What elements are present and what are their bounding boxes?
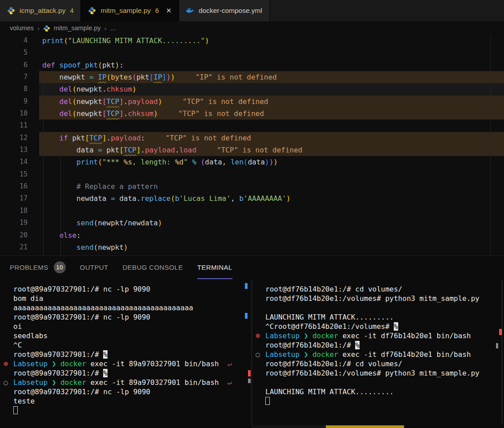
code-text: data = pkt[TCP].payload.load"TCP" is not… <box>39 144 504 156</box>
terminal-line: root@df76b14b20e1:/# cd volumes/ <box>256 284 501 294</box>
terminal-line: LAUNCHING MITM ATTACK......... <box>256 387 501 396</box>
code-text: def spoof_pkt(pkt): <box>39 59 504 71</box>
tab-bar: icmp_attack.py4mitm_sample.py6✕docker-co… <box>0 0 504 21</box>
terminal-split-divider[interactable] <box>252 280 252 425</box>
panel-tab-problems[interactable]: PROBLEMS10 <box>10 256 66 279</box>
breadcrumb-item[interactable]: volumes <box>10 24 34 32</box>
breadcrumb[interactable]: volumes›mitm_sample.py›… <box>0 21 504 35</box>
line-number: 13 <box>0 144 39 156</box>
indent-guide <box>43 71 44 256</box>
editor-line-15[interactable]: 15 <box>0 168 504 180</box>
editor-line-6[interactable]: 6def spoof_pkt(pkt): <box>0 59 504 71</box>
tab-label: mitm_sample.py <box>100 7 151 15</box>
python-file-icon <box>7 7 15 15</box>
line-number: 10 <box>0 108 39 120</box>
panel-tab-debug-console[interactable]: DEBUG CONSOLE <box>123 256 183 279</box>
vscode-window: icmp_attack.py4mitm_sample.py6✕docker-co… <box>0 0 504 428</box>
editor-line-7[interactable]: 7 newpkt = IP(bytes(pkt[IP]))"IP" is not… <box>0 71 504 83</box>
tab-docker-compose.yml[interactable]: docker-compose.yml <box>179 0 270 21</box>
code-text <box>39 168 504 180</box>
line-number: 11 <box>0 120 39 132</box>
editor-line-10[interactable]: 10 del(newpkt[TCP].chksum)"TCP" is not d… <box>0 108 504 120</box>
terminal-line: ^Croot@df76b14b20e1:/volumes# % <box>256 322 501 331</box>
line-number: 4 <box>0 35 39 47</box>
tab-close-icon[interactable]: ✕ <box>166 7 172 15</box>
terminal-line: ^C <box>4 340 249 350</box>
editor-line-9[interactable]: 9 del(newpkt[TCP].payload)"TCP" is not d… <box>0 96 504 108</box>
errorlens-message: "IP" is not defined <box>196 73 277 81</box>
code-text: del(newpkt[TCP].payload)"TCP" is not def… <box>39 96 504 108</box>
editor-line-20[interactable]: 20 else: <box>0 229 504 241</box>
editor-line-17[interactable]: 17 newdata = data.replace(b'Lucas Lima',… <box>0 192 504 204</box>
terminal-pane-right[interactable]: root@df76b14b20e1:/# cd volumes/root@df7… <box>256 284 501 406</box>
terminal-line: root@df76b14b20e1:/volumes# python3 mitm… <box>256 294 501 303</box>
editor-line-8[interactable]: 8 del(newpkt.chksum) <box>0 83 504 95</box>
breadcrumb-separator: › <box>37 24 40 32</box>
code-text: newpkt = IP(bytes(pkt[IP]))"IP" is not d… <box>39 71 504 83</box>
errorlens-message: "TCP" is not defined <box>217 146 303 154</box>
line-number: 21 <box>0 241 39 253</box>
line-number: 8 <box>0 83 39 95</box>
code-text: newdata = data.replace(b'Lucas Lima', b'… <box>39 192 504 204</box>
editor-line-16[interactable]: 16 # Replace a pattern <box>0 180 504 192</box>
terminal-line: root@89a970327901:/# nc -lp 9090 <box>4 387 249 396</box>
terminal-line: LAUNCHING MITM ATTACK......... <box>256 312 501 322</box>
editor-line-4[interactable]: 4print("LAUNCHING MITM ATTACK.........") <box>0 35 504 47</box>
line-number: 5 <box>0 47 39 59</box>
python-file-icon <box>88 7 96 15</box>
line-number: 16 <box>0 180 39 192</box>
breadcrumb-item[interactable]: … <box>110 24 117 32</box>
line-number: 14 <box>0 156 39 168</box>
ruler-mark-blue <box>245 313 248 319</box>
terminal-cursor <box>265 397 270 405</box>
editor-line-13[interactable]: 13 data = pkt[TCP].payload.load"TCP" is … <box>0 144 504 156</box>
editor-line-14[interactable]: 14 print("*** %s, length: %d" % (data, l… <box>0 156 504 168</box>
terminal-line: bom dia <box>4 294 249 303</box>
indent-guide <box>60 144 61 256</box>
editor-line-5[interactable]: 5 <box>0 47 504 59</box>
line-number: 17 <box>0 192 39 204</box>
terminal-line: ○Labsetup ❯ docker exec -it 89a970327901… <box>4 378 249 387</box>
terminal-line: root@df76b14b20e1:/volumes# python3 mitm… <box>256 368 501 378</box>
code-text: else: <box>39 229 504 241</box>
line-number: 7 <box>0 71 39 83</box>
editor-line-12[interactable]: 12 if pkt[TCP].payload:"TCP" is not defi… <box>0 132 504 144</box>
ruler-mark-red <box>248 370 251 376</box>
breadcrumb-item[interactable]: mitm_sample.py <box>54 24 101 32</box>
code-text: if pkt[TCP].payload:"TCP" is not defined <box>39 132 504 144</box>
bottom-gold-bar <box>326 425 404 428</box>
terminal-line: ⊗Labsetup ❯ docker exec -it df76b14b20e1… <box>256 331 501 340</box>
ruler-mark-red <box>499 329 502 335</box>
ruler-mark-blue <box>245 283 248 289</box>
tab-label: docker-compose.yml <box>199 7 262 15</box>
code-text: print("*** %s, length: %d" % (data, len(… <box>39 156 504 168</box>
command-running-icon: ○ <box>256 350 265 359</box>
code-text: # Replace a pattern <box>39 180 504 192</box>
panel-tab-output[interactable]: OUTPUT <box>80 256 108 279</box>
problems-count-badge: 10 <box>54 261 66 273</box>
terminal-line <box>4 406 249 415</box>
errorlens-message: "TCP" is not defined <box>178 109 264 118</box>
terminal-pane-left[interactable]: root@89a970327901:/# nc -lp 9090bom diaa… <box>4 284 249 415</box>
tab-mitm_sample.py[interactable]: mitm_sample.py6✕ <box>81 0 179 21</box>
terminal-line <box>256 378 501 387</box>
line-number: 18 <box>0 205 39 217</box>
line-number: 19 <box>0 217 39 229</box>
terminal-line: root@89a970327901:/# nc -lp 9090 <box>4 312 249 322</box>
editor-line-18[interactable]: 18 <box>0 205 504 217</box>
editor-line-19[interactable]: 19 send(newpkt/newdata) <box>0 217 504 229</box>
panel-tab-label: TERMINAL <box>197 264 232 271</box>
terminal-line: aaaaaaaaaaaaaaaaaaaaaaaaaaaaaaaaaaaaaaaa… <box>4 303 249 312</box>
editor-line-11[interactable]: 11 <box>0 120 504 132</box>
code-editor[interactable]: 4print("LAUNCHING MITM ATTACK.........")… <box>0 35 504 256</box>
panel-tab-terminal[interactable]: TERMINAL <box>197 256 232 279</box>
command-failed-icon: ⊗ <box>4 359 13 368</box>
ruler-mark-gray <box>248 379 251 383</box>
terminal-line: teste <box>4 396 249 406</box>
command-failed-icon: ⊗ <box>256 331 265 340</box>
tab-icmp_attack.py[interactable]: icmp_attack.py4 <box>0 0 81 21</box>
panel-tab-label: PROBLEMS <box>10 264 48 271</box>
editor-line-21[interactable]: 21 send(newpkt) <box>0 241 504 253</box>
terminal-line: root@89a970327901:/# nc -lp 9090 <box>4 284 249 294</box>
ruler-mark-gray <box>496 343 498 348</box>
